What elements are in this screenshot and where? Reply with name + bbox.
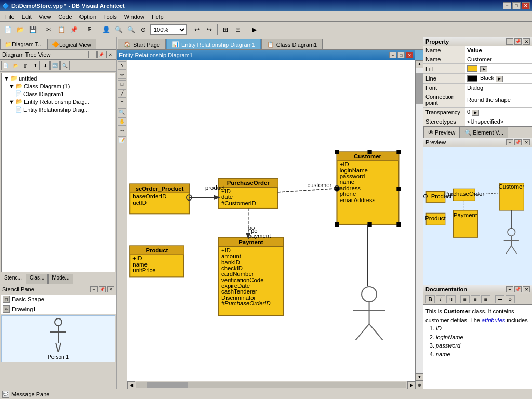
horizontal-scrollbar[interactable]: ◀ ▶: [127, 381, 415, 389]
menu-file[interactable]: File: [2, 12, 18, 21]
bold-btn[interactable]: B: [425, 295, 435, 303]
stencil-tab-stencil[interactable]: Stenc...: [1, 274, 25, 284]
doc-content[interactable]: This is Customer class. It contains cust…: [423, 305, 532, 389]
prop-value-transparency[interactable]: 0 ▶: [465, 108, 532, 117]
text-tool[interactable]: T: [118, 99, 126, 107]
minimize-button[interactable]: −: [503, 2, 511, 9]
zoom-in-button[interactable]: 🔍: [113, 24, 124, 35]
tab-preview[interactable]: 👁 Preview: [423, 127, 460, 138]
doc-close-btn[interactable]: ✕: [523, 286, 530, 292]
tree-up-btn[interactable]: ⬆: [31, 61, 40, 70]
stencil-tab-class[interactable]: Clas...: [26, 274, 48, 284]
stencil-item-drawing1[interactable]: ✏ Drawing1: [1, 304, 116, 314]
tab-logical-view[interactable]: 🔶 Logical View: [47, 39, 96, 49]
underline-btn[interactable]: u: [446, 295, 456, 303]
property-pin-btn[interactable]: 📌: [514, 38, 522, 45]
zoom-combo[interactable]: 100% 75% 150% 200%: [150, 24, 187, 35]
diagram-close-btn[interactable]: ✕: [406, 52, 413, 58]
connect-tool[interactable]: ⤳: [118, 127, 126, 135]
undo-button[interactable]: ↩: [191, 24, 203, 35]
prop-value-fill[interactable]: ▶: [465, 64, 532, 74]
stencil-tab-model[interactable]: Mode...: [48, 274, 73, 284]
tree-new-btn[interactable]: 📄: [1, 61, 10, 70]
zoom-out-button[interactable]: 🔍: [125, 24, 137, 35]
run-button[interactable]: ▶: [248, 24, 260, 35]
person-figure[interactable]: [50, 318, 66, 352]
scroll-down-btn[interactable]: ▼: [416, 373, 423, 381]
italic-btn[interactable]: I: [436, 295, 445, 303]
tab-entity-relationship[interactable]: 📊 Entity Relationship Diagram1: [166, 39, 261, 49]
diagram-max-btn[interactable]: □: [397, 52, 405, 58]
align-right-btn[interactable]: ≡: [481, 295, 490, 303]
tree-close-btn[interactable]: ✕: [106, 51, 114, 58]
property-close-btn[interactable]: ✕: [523, 38, 530, 45]
prop-value-line[interactable]: Black ▶: [465, 74, 532, 84]
cut-button[interactable]: ✂: [43, 24, 55, 35]
scroll-left-btn[interactable]: ◀: [127, 381, 135, 389]
menu-help[interactable]: Help: [149, 12, 167, 21]
menu-window[interactable]: Window: [121, 12, 148, 21]
tree-item-entity-relationship1[interactable]: 📄 Entity Relationship Diag...: [3, 105, 114, 113]
tree-sort-btn[interactable]: 🔤: [50, 61, 60, 70]
menu-code[interactable]: Code: [55, 12, 75, 21]
prop-value-font[interactable]: Dialog: [465, 84, 532, 92]
tree-filter-btn[interactable]: 🔍: [60, 61, 70, 70]
preview-collapse-btn[interactable]: −: [506, 139, 513, 145]
scroll-right-btn[interactable]: ▶: [407, 381, 415, 389]
h-scroll-track[interactable]: [136, 382, 406, 388]
doc-collapse-btn[interactable]: −: [506, 286, 513, 292]
tree-delete-btn[interactable]: 🗑: [21, 61, 30, 70]
property-collapse-btn[interactable]: −: [506, 38, 513, 45]
menu-view[interactable]: View: [36, 12, 55, 21]
stencil-collapse-btn[interactable]: −: [90, 286, 98, 292]
font-button[interactable]: F: [84, 24, 96, 35]
tab-diagram-tree[interactable]: 📁 Diagram T...: [0, 39, 47, 49]
scroll-up-btn[interactable]: ▲: [416, 60, 423, 68]
tree-pin-btn[interactable]: 📌: [97, 51, 105, 58]
tab-element-view[interactable]: 🔍 Element V...: [460, 127, 508, 138]
tab-class-diagram[interactable]: 📋 Class Diagram1: [261, 39, 323, 49]
tree-item-class-diagram[interactable]: ▼ 📂 Class Diagram (1): [3, 82, 114, 90]
tree-folder-btn[interactable]: 📂: [11, 61, 20, 70]
indent-btn[interactable]: »: [506, 295, 515, 303]
prop-value-cell[interactable]: Value: [465, 46, 532, 55]
hand-tool[interactable]: ✋: [118, 117, 126, 126]
tree-item-class-diagram1[interactable]: 📄 Class Diagram1: [3, 90, 114, 98]
tree-collapse-btn[interactable]: −: [88, 51, 97, 58]
menu-tools[interactable]: Tools: [100, 12, 120, 21]
user-button[interactable]: 👤: [100, 24, 112, 35]
menu-option[interactable]: Option: [76, 12, 99, 21]
tree-item-untitled[interactable]: ▼ 📁 untitled: [3, 74, 114, 82]
rect-tool[interactable]: □: [118, 80, 126, 88]
list-btn[interactable]: ☰: [495, 295, 504, 303]
stencil-item-basic-shape[interactable]: ◻ Basic Shape: [1, 295, 116, 304]
draw-tool[interactable]: ✏: [118, 71, 126, 79]
preview-close-btn[interactable]: ✕: [523, 139, 530, 145]
select-tool[interactable]: ↖: [118, 61, 126, 70]
align-left-btn[interactable]: ≡: [460, 295, 470, 303]
v-scroll-track[interactable]: [416, 68, 423, 373]
maximize-button[interactable]: □: [512, 2, 521, 9]
stencil-pin-btn[interactable]: 📌: [99, 286, 106, 292]
v-scroll-thumb[interactable]: [416, 73, 423, 104]
title-bar-controls[interactable]: − □ ✕: [503, 2, 530, 9]
paste-button[interactable]: 📌: [68, 24, 79, 35]
tab-start-page[interactable]: 🏠 Start Page: [118, 39, 166, 49]
diagram-min-btn[interactable]: −: [389, 52, 396, 58]
grid-button[interactable]: ⊟: [232, 24, 244, 35]
zoom-tool[interactable]: 🔍: [118, 108, 126, 116]
prop-value-stereotypes[interactable]: <Unspecified>: [465, 117, 532, 126]
tree-item-entity-relationship[interactable]: ▼ 📂 Entity Relationship Diag...: [3, 98, 114, 105]
redo-button[interactable]: ↪: [204, 24, 215, 35]
transparency-expand-btn[interactable]: ▶: [472, 110, 479, 116]
preview-pin-btn[interactable]: 📌: [514, 139, 522, 145]
prop-value-connection[interactable]: Round the shape: [465, 92, 532, 108]
align-center-btn[interactable]: ≡: [471, 295, 480, 303]
line-tool[interactable]: ╱: [118, 89, 126, 98]
prop-value-customer[interactable]: Customer: [465, 55, 532, 64]
note-tool[interactable]: 📝: [118, 136, 126, 144]
menu-edit[interactable]: Edit: [19, 12, 35, 21]
fit-button[interactable]: ⊙: [138, 24, 149, 35]
copy-button[interactable]: 📋: [56, 24, 67, 35]
fill-expand-btn[interactable]: ▶: [480, 66, 487, 72]
